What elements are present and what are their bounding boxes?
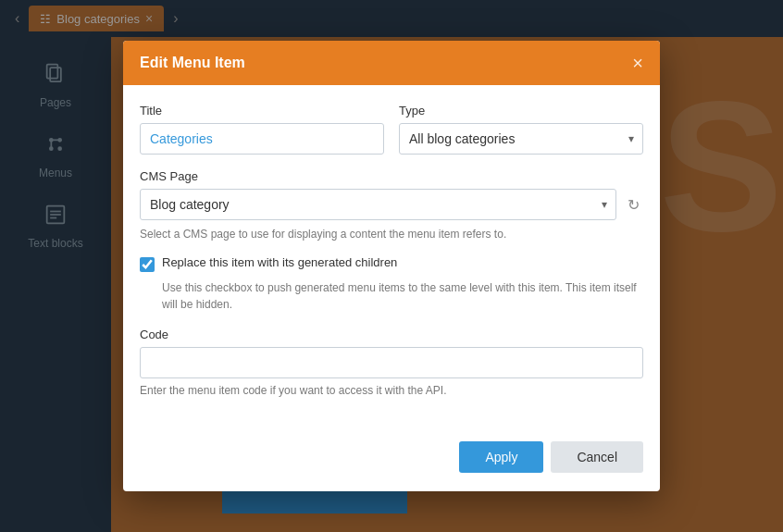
type-label: Type: [399, 104, 643, 118]
cms-page-label: CMS Page: [140, 169, 643, 183]
apply-button[interactable]: Apply: [459, 441, 543, 473]
cms-page-select[interactable]: Blog category Blog post Home: [140, 189, 616, 220]
type-select[interactable]: All blog categories Single blog category…: [399, 123, 643, 155]
modal-title: Edit Menu Item: [140, 55, 245, 71]
replace-children-checkbox[interactable]: [140, 257, 155, 272]
checkbox-group: Replace this item with its generated chi…: [140, 255, 643, 272]
modal-footer: Apply Cancel: [123, 430, 660, 491]
title-input[interactable]: [140, 123, 384, 155]
checkbox-hint: Use this checkbox to push generated menu…: [162, 279, 643, 313]
checkbox-label[interactable]: Replace this item with its generated chi…: [162, 255, 397, 269]
code-input[interactable]: [140, 347, 643, 378]
cms-page-hint: Select a CMS page to use for displaying …: [140, 228, 643, 241]
modal-close-button[interactable]: ×: [632, 54, 643, 72]
modal-body: Title Type All blog categories Single bl…: [123, 85, 660, 430]
edit-menu-item-modal: Edit Menu Item × Title Type All blog cat…: [123, 41, 660, 491]
modal-header: Edit Menu Item ×: [123, 41, 660, 85]
cancel-button[interactable]: Cancel: [551, 441, 643, 473]
type-field-group: Type All blog categories Single blog cat…: [399, 104, 643, 155]
cms-page-refresh-button[interactable]: ↻: [624, 192, 643, 217]
title-field-group: Title: [140, 104, 384, 155]
code-hint: Enter the menu item code if you want to …: [140, 384, 643, 397]
type-select-wrapper: All blog categories Single blog category…: [399, 123, 643, 155]
cms-page-select-wrapper: Blog category Blog post Home ▾: [140, 189, 616, 220]
title-label: Title: [140, 104, 384, 118]
title-type-row: Title Type All blog categories Single bl…: [140, 104, 643, 155]
cms-page-group: CMS Page Blog category Blog post Home ▾ …: [140, 169, 643, 224]
code-field-group: Code: [140, 328, 643, 378]
code-label: Code: [140, 328, 643, 341]
modal-overlay: Edit Menu Item × Title Type All blog cat…: [0, 0, 783, 532]
cms-page-row: Blog category Blog post Home ▾ ↻: [140, 189, 643, 220]
